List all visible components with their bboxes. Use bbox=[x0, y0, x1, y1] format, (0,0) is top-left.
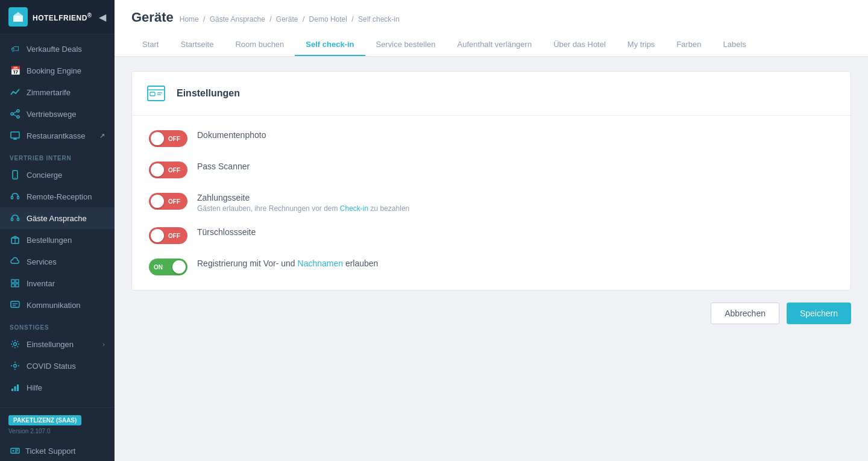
toggle-registrierung[interactable]: ON bbox=[149, 259, 187, 275]
chevron-right-icon: › bbox=[102, 340, 105, 348]
sidebar-item-verkaufte-deals[interactable]: 🏷 Verkaufte Deals bbox=[0, 38, 115, 60]
breadcrumb-home[interactable]: Home bbox=[180, 15, 199, 24]
toggle-zahlungsseite-label: Zahlungsseite bbox=[197, 193, 409, 202]
toggle-row-zahlungsseite: OFF Zahlungsseite Gästen erlauben, ihre … bbox=[149, 193, 834, 213]
svg-rect-14 bbox=[11, 218, 13, 221]
zahlungsseite-link[interactable]: Check-in bbox=[340, 204, 368, 213]
monitor-icon bbox=[10, 130, 20, 141]
sidebar-item-booking-engine[interactable]: 📅 Booking Engine bbox=[0, 60, 115, 81]
sidebar-header: HOTELFRIEND® ◀ bbox=[0, 0, 115, 34]
tab-room-buchen[interactable]: Room buchen bbox=[224, 34, 295, 56]
svg-rect-29 bbox=[17, 384, 19, 391]
svg-point-4 bbox=[17, 116, 19, 118]
gear2-icon bbox=[10, 360, 20, 371]
svg-point-31 bbox=[13, 450, 14, 452]
toggle-pass-scanner-label: Pass Scanner bbox=[197, 162, 250, 171]
section-label-sonstiges: SONSTIGES bbox=[0, 316, 115, 333]
logo-text: HOTELFRIEND® bbox=[33, 12, 92, 22]
sidebar: HOTELFRIEND® ◀ 🏷 Verkaufte Deals 📅 Booki… bbox=[0, 0, 115, 461]
breadcrumb-current: Self check-in bbox=[358, 15, 400, 24]
toggle-row-dokumentenphoto: OFF Dokumentenphoto bbox=[149, 130, 834, 147]
svg-rect-21 bbox=[16, 284, 19, 287]
toggle-zahlungsseite[interactable]: OFF bbox=[149, 193, 187, 210]
settings-card-body: OFF Dokumentenphoto OFF bbox=[132, 116, 851, 290]
tab-farben[interactable]: Farben bbox=[665, 34, 712, 56]
registrierung-link[interactable]: Nachnamen bbox=[298, 259, 344, 268]
svg-rect-22 bbox=[11, 301, 19, 307]
toggle-zahlungsseite-desc: Gästen erlauben, ihre Rechnungen vor dem… bbox=[197, 204, 409, 213]
svg-rect-28 bbox=[14, 386, 16, 391]
svg-rect-37 bbox=[150, 92, 155, 96]
tab-service-bestellen[interactable]: Service bestellen bbox=[365, 34, 447, 56]
sidebar-footer: PAKETLIZENZ (SAAS) Version 2.107.0 bbox=[0, 407, 115, 441]
svg-line-6 bbox=[13, 114, 17, 116]
tab-aufenthalt-verlaengern[interactable]: Aufenthalt verlängern bbox=[447, 34, 543, 56]
grid-icon bbox=[10, 278, 20, 289]
tab-startseite[interactable]: Startseite bbox=[169, 34, 224, 56]
section-label-vertrieb-intern: VERTRIEB INTERN bbox=[0, 146, 115, 164]
cloud-icon bbox=[10, 256, 20, 267]
svg-rect-0 bbox=[13, 16, 23, 22]
bar-chart-icon bbox=[10, 382, 20, 393]
svg-marker-1 bbox=[13, 12, 23, 16]
breadcrumb-gaeste-ansprache[interactable]: Gäste Ansprache bbox=[210, 15, 265, 24]
ticket-support-item[interactable]: Ticket Support bbox=[0, 441, 115, 461]
toggle-row-pass-scanner: OFF Pass Scanner bbox=[149, 162, 834, 178]
breadcrumb-row: Geräte Home / Gäste Ansprache / Geräte /… bbox=[131, 10, 851, 25]
sidebar-item-einstellungen[interactable]: Einstellungen › bbox=[0, 333, 115, 355]
external-link-icon: ↗ bbox=[99, 132, 105, 140]
svg-rect-12 bbox=[11, 196, 13, 199]
sidebar-item-concierge[interactable]: Concierge bbox=[0, 164, 115, 186]
sidebar-item-inventar[interactable]: Inventar bbox=[0, 272, 115, 294]
sidebar-item-covid-status[interactable]: COVID Status bbox=[0, 355, 115, 377]
sidebar-item-restaurantkasse[interactable]: Restaurantkasse ↗ bbox=[0, 125, 115, 146]
tab-ueber-das-hotel[interactable]: Über das Hotel bbox=[542, 34, 617, 56]
cancel-button[interactable]: Abbrechen bbox=[711, 303, 779, 324]
save-button[interactable]: Speichern bbox=[787, 303, 851, 324]
svg-point-25 bbox=[14, 343, 17, 346]
svg-point-11 bbox=[14, 177, 16, 178]
toggle-tuerscblossseite[interactable]: OFF bbox=[149, 227, 187, 244]
calendar-icon: 📅 bbox=[10, 65, 20, 76]
box-icon bbox=[10, 234, 20, 245]
tab-labels[interactable]: Labels bbox=[712, 34, 757, 56]
ticket-icon bbox=[10, 445, 20, 456]
sidebar-collapse-button[interactable]: ◀ bbox=[99, 11, 106, 23]
page-header: Geräte Home / Gäste Ansprache / Geräte /… bbox=[115, 0, 868, 57]
gear-icon bbox=[10, 339, 20, 350]
tab-self-check-in[interactable]: Self check-in bbox=[295, 34, 365, 56]
version-text: Version 2.107.0 bbox=[8, 428, 106, 434]
tabs-bar: Start Startseite Room buchen Self check-… bbox=[131, 34, 851, 56]
sidebar-item-remote-reception[interactable]: Remote-Reception bbox=[0, 186, 115, 207]
toggle-row-tuerscblossseite: OFF Türschlossseite bbox=[149, 227, 834, 244]
svg-rect-19 bbox=[16, 280, 19, 283]
tab-my-trips[interactable]: My trips bbox=[617, 34, 666, 56]
saas-badge: PAKETLIZENZ (SAAS) bbox=[8, 415, 81, 425]
ticket-support-label: Ticket Support bbox=[25, 447, 75, 456]
svg-rect-27 bbox=[11, 389, 13, 391]
action-bar: Abbrechen Speichern bbox=[131, 303, 851, 324]
toggle-tuerscblossseite-label: Türschlossseite bbox=[197, 227, 256, 237]
toggle-pass-scanner[interactable]: OFF bbox=[149, 162, 187, 178]
breadcrumb-geraete[interactable]: Geräte bbox=[276, 15, 298, 24]
sidebar-item-hilfe[interactable]: Hilfe bbox=[0, 377, 115, 398]
tag-icon: 🏷 bbox=[10, 43, 20, 54]
svg-point-2 bbox=[17, 110, 19, 112]
svg-point-3 bbox=[11, 113, 13, 115]
tab-start[interactable]: Start bbox=[131, 34, 169, 56]
settings-card-header: Einstellungen bbox=[132, 72, 851, 116]
toggle-dokumentenphoto-label: Dokumentenphoto bbox=[197, 130, 266, 140]
sidebar-item-services[interactable]: Services bbox=[0, 251, 115, 272]
phone-icon bbox=[10, 169, 20, 180]
sidebar-item-gaeste-ansprache[interactable]: Gäste Ansprache bbox=[0, 207, 115, 229]
svg-rect-15 bbox=[17, 218, 19, 221]
sidebar-item-bestellungen[interactable]: Bestellungen bbox=[0, 229, 115, 251]
settings-header-icon bbox=[144, 81, 168, 105]
toggle-dokumentenphoto[interactable]: OFF bbox=[149, 130, 187, 147]
breadcrumb-demo-hotel[interactable]: Demo Hotel bbox=[309, 15, 347, 24]
sidebar-item-kommunikation[interactable]: Kommunikation bbox=[0, 294, 115, 316]
sidebar-item-zimmertarife[interactable]: Zimmertarife bbox=[0, 81, 115, 103]
sidebar-item-vertriebswege[interactable]: Vertriebswege bbox=[0, 103, 115, 125]
svg-rect-7 bbox=[11, 132, 19, 138]
share-icon bbox=[10, 108, 20, 119]
